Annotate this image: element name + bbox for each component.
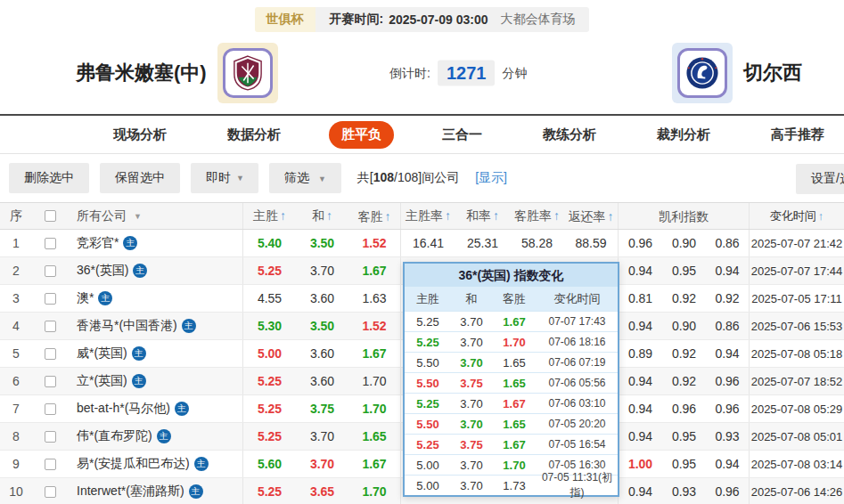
popup-change-time: 07-07 17:43: [537, 315, 618, 328]
company-name[interactable]: 易*(安提瓜和巴布达): [77, 456, 190, 472]
home-odds-cell[interactable]: 5.30: [243, 319, 296, 333]
draw-odds-cell[interactable]: 3.70: [296, 429, 348, 443]
tab-data[interactable]: 数据分析: [215, 121, 293, 149]
header-draw-rate[interactable]: 和率↑: [455, 208, 510, 224]
draw-odds-cell[interactable]: 3.50: [296, 236, 348, 250]
tab-live[interactable]: 现场分析: [101, 121, 179, 149]
row-checkbox[interactable]: [45, 459, 56, 470]
popup-home-odds: 5.00: [405, 479, 451, 492]
home-odds-cell[interactable]: 5.60: [243, 457, 296, 471]
home-odds-cell[interactable]: 5.25: [243, 429, 296, 443]
away-odds-cell[interactable]: 1.70: [348, 368, 401, 394]
company-name[interactable]: 立*(英国): [77, 373, 127, 389]
company-name[interactable]: bet-at-h*(马尔他): [77, 401, 170, 417]
home-rate-cell: 16.41: [401, 236, 455, 250]
tab-expert[interactable]: 高手推荐: [758, 121, 837, 149]
time-mode-select[interactable]: 即时 ▼: [191, 163, 258, 193]
home-odds-cell[interactable]: 5.40: [243, 236, 296, 250]
row-checkbox[interactable]: [45, 265, 56, 277]
company-cell[interactable]: 立*(英国) 主: [68, 368, 243, 394]
company-cell[interactable]: 威*(英国) 主: [68, 340, 243, 367]
company-name[interactable]: Interwet*(塞浦路斯): [77, 484, 184, 500]
company-name[interactable]: 澳*: [77, 290, 94, 306]
row-checkbox[interactable]: [45, 403, 56, 415]
away-odds-cell[interactable]: 1.67: [348, 451, 401, 477]
company-cell[interactable]: Interwet*(塞浦路斯) 主: [68, 478, 243, 504]
company-cell[interactable]: 澳* 主: [68, 285, 243, 312]
tab-referee[interactable]: 裁判分析: [644, 121, 723, 149]
header-draw-odds[interactable]: 和↑: [296, 208, 348, 224]
company-name[interactable]: 36*(英国): [77, 263, 128, 279]
company-name[interactable]: 伟*(直布罗陀): [77, 428, 152, 444]
row-checkbox[interactable]: [45, 348, 56, 360]
away-odds-cell[interactable]: 1.70: [348, 478, 401, 504]
tab-coach[interactable]: 教练分析: [530, 121, 609, 149]
home-odds-cell[interactable]: 5.25: [243, 484, 296, 499]
draw-odds-cell[interactable]: 3.50: [296, 319, 348, 333]
away-odds-cell[interactable]: 1.52: [348, 230, 401, 256]
company-cell[interactable]: 易*(安提瓜和巴布达) 主: [68, 451, 243, 477]
row-checkbox[interactable]: [45, 321, 56, 332]
header-home-rate[interactable]: 主胜率↑: [401, 208, 455, 224]
delete-selected-button[interactable]: 删除选中: [9, 163, 89, 193]
sort-asc-icon: ↑: [608, 209, 614, 224]
company-cell[interactable]: 36*(英国) 主: [68, 257, 243, 284]
keep-selected-button[interactable]: 保留选中: [100, 163, 180, 193]
tab-three-in-one[interactable]: 三合一: [430, 121, 495, 149]
company-cell[interactable]: 竞彩官* 主: [68, 230, 243, 256]
home-odds-cell[interactable]: 5.00: [243, 346, 296, 361]
header-return-rate[interactable]: 返还率↑: [564, 203, 619, 229]
draw-odds-cell[interactable]: 3.75: [296, 402, 348, 416]
popup-draw-odds: 3.70: [451, 418, 492, 431]
header-away-odds[interactable]: 客胜↑: [348, 203, 401, 229]
settings-select-button[interactable]: 设置/选择: [796, 164, 844, 194]
row-checkbox[interactable]: [45, 486, 56, 498]
draw-odds-cell[interactable]: 3.60: [296, 346, 348, 361]
away-odds-cell[interactable]: 1.63: [348, 285, 401, 312]
row-seq: 9: [0, 457, 32, 471]
sort-asc-icon: ↑: [818, 209, 824, 223]
tab-wdl[interactable]: 胜平负: [329, 121, 394, 149]
company-name[interactable]: 竞彩官*: [77, 235, 119, 251]
draw-odds-cell[interactable]: 3.60: [296, 291, 348, 305]
countdown: 倒计时: 1271 分钟: [389, 61, 527, 86]
header-home-odds[interactable]: 主胜↑: [243, 208, 296, 224]
draw-odds-cell[interactable]: 3.70: [296, 457, 348, 471]
zhu-badge-icon: 主: [189, 484, 203, 499]
popup-header-draw: 和: [451, 291, 492, 307]
kelly-away-cell: 0.94: [706, 451, 750, 477]
home-odds-cell[interactable]: 5.25: [243, 374, 296, 388]
filter-button[interactable]: 筛选 ▼: [269, 163, 341, 193]
kelly-draw-cell: 0.93: [662, 484, 706, 499]
draw-odds-cell[interactable]: 3.65: [296, 484, 348, 499]
company-count: 共[108/108]间公司: [357, 170, 459, 186]
company-cell[interactable]: bet-at-h*(马尔他) 主: [68, 395, 243, 422]
row-checkbox[interactable]: [45, 376, 56, 387]
home-odds-cell[interactable]: 5.25: [243, 264, 296, 278]
draw-odds-cell[interactable]: 3.70: [296, 264, 348, 278]
draw-odds-cell[interactable]: 3.60: [296, 374, 348, 388]
row-checkbox[interactable]: [45, 431, 56, 443]
popup-away-odds: 1.73: [492, 479, 537, 492]
row-checkbox[interactable]: [45, 293, 56, 305]
company-cell[interactable]: 伟*(直布罗陀) 主: [68, 423, 243, 450]
away-odds-cell[interactable]: 1.67: [348, 257, 401, 284]
home-odds-cell[interactable]: 4.55: [243, 291, 296, 305]
header-away-rate[interactable]: 客胜率↑: [510, 208, 564, 224]
company-name[interactable]: 威*(英国): [77, 345, 127, 362]
away-odds-cell[interactable]: 1.52: [348, 313, 401, 339]
row-checkbox-cell: [32, 486, 68, 498]
company-name[interactable]: 香港马*(中国香港): [77, 318, 177, 334]
popup-draw-odds: 3.70: [451, 315, 492, 329]
away-odds-cell[interactable]: 1.67: [348, 340, 401, 367]
away-odds-cell[interactable]: 1.65: [348, 423, 401, 450]
kelly-draw-cell: 0.95: [662, 264, 706, 278]
select-all-checkbox[interactable]: [45, 210, 56, 222]
home-odds-cell[interactable]: 5.25: [243, 402, 296, 416]
away-odds-cell[interactable]: 1.70: [348, 395, 401, 422]
show-link[interactable]: [显示]: [475, 170, 507, 186]
company-cell[interactable]: 香港马*(中国香港) 主: [68, 313, 243, 339]
header-company[interactable]: 所有公司▼: [68, 203, 243, 229]
row-checkbox[interactable]: [45, 238, 56, 249]
header-change-time[interactable]: 变化时间↑: [750, 208, 844, 224]
